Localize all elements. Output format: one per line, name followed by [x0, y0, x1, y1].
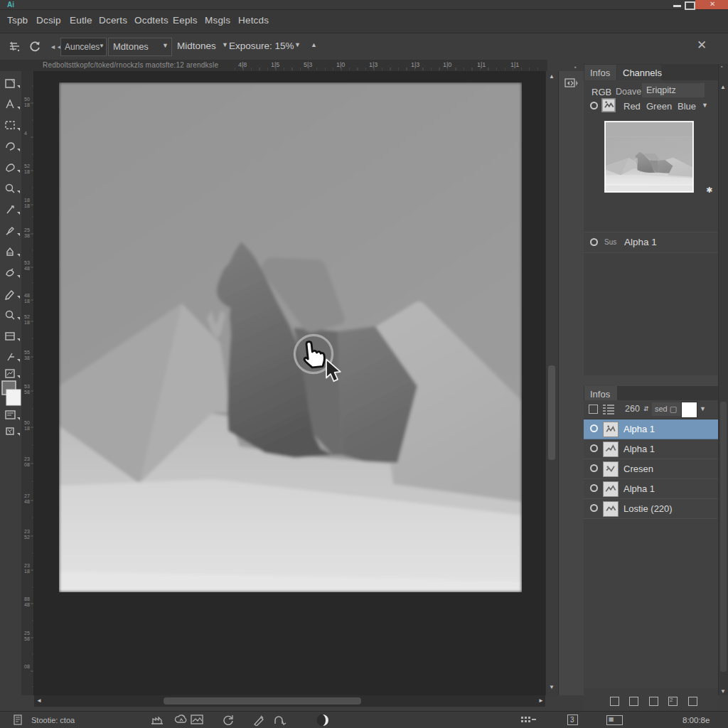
svg-text:58: 58 — [24, 636, 30, 641]
svg-text:08: 08 — [24, 664, 30, 669]
svg-text:88: 88 — [24, 596, 30, 601]
svg-text:58: 58 — [24, 390, 30, 395]
svg-text:52: 52 — [24, 535, 30, 540]
svg-text:18: 18 — [24, 102, 30, 107]
svg-text:18: 18 — [24, 299, 30, 304]
svg-text:23: 23 — [24, 456, 30, 461]
svg-text:27: 27 — [24, 493, 30, 498]
svg-text:23: 23 — [24, 563, 30, 568]
svg-text:08: 08 — [24, 462, 30, 467]
svg-text:23: 23 — [24, 529, 30, 534]
svg-text:38: 38 — [24, 233, 30, 238]
svg-text:48: 48 — [24, 602, 30, 607]
svg-text:4: 4 — [24, 131, 27, 136]
svg-text:18: 18 — [24, 569, 30, 574]
svg-text:25: 25 — [24, 631, 30, 636]
svg-text:53: 53 — [24, 384, 30, 389]
svg-text:52: 52 — [24, 314, 30, 319]
svg-text:52: 52 — [24, 164, 30, 168]
svg-text:55: 55 — [24, 350, 30, 355]
svg-text:18: 18 — [24, 169, 30, 174]
svg-text:18: 18 — [24, 198, 30, 203]
svg-text:48: 48 — [24, 266, 30, 271]
svg-text:18: 18 — [24, 203, 30, 208]
svg-text:48: 48 — [24, 293, 30, 298]
svg-text:50: 50 — [24, 97, 30, 102]
svg-text:53: 53 — [24, 260, 30, 265]
svg-text:50: 50 — [24, 420, 30, 425]
svg-text:38: 38 — [24, 355, 30, 360]
svg-text:18: 18 — [24, 320, 30, 325]
svg-text:48: 48 — [24, 499, 30, 504]
svg-text:18: 18 — [24, 426, 30, 431]
svg-text:25: 25 — [24, 228, 30, 232]
